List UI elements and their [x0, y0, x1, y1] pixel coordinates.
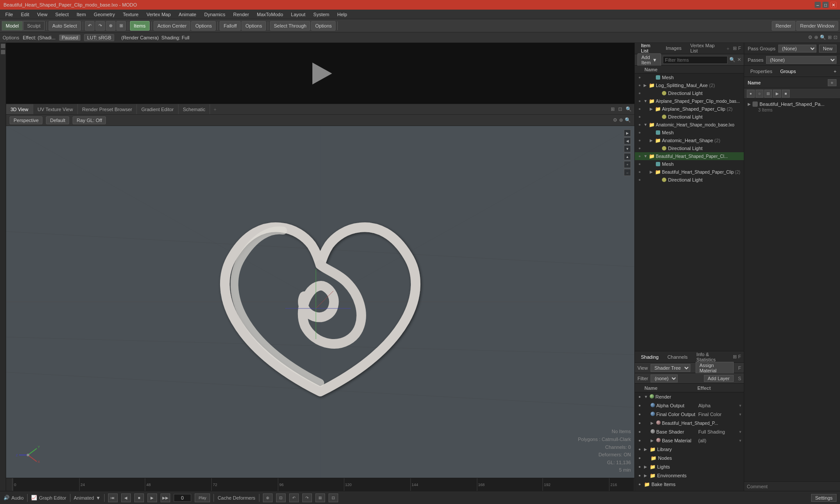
tree-item-anatomic-heart[interactable]: ● ▶ 📁 Anatomic_Heart_Shape (2)	[635, 136, 744, 144]
menu-maxtomodo[interactable]: MaxToModo	[253, 11, 287, 18]
vis-icon-10[interactable]: ●	[637, 153, 643, 159]
tree-item-axe[interactable]: ● ▶ 📁 Log_Splitting_Maul_Axe (2)	[635, 81, 744, 89]
assign-material-button[interactable]: Assign Material	[696, 362, 734, 374]
tab-shading[interactable]: Shading	[637, 354, 662, 360]
viewport-tab-icon-1[interactable]: ⊞	[610, 105, 616, 113]
render-window-button[interactable]: Render Window	[796, 21, 838, 31]
shader-lights[interactable]: ● ▶ 📁 Lights	[635, 462, 744, 471]
options3-button[interactable]: Options	[311, 21, 336, 31]
action-center-button[interactable]: Action Center	[154, 21, 191, 31]
s-vis-3[interactable]: ●	[637, 420, 643, 426]
vp-ctrl-1[interactable]: ▶	[624, 130, 631, 136]
vp-ctrl-icon-3[interactable]: 🔍	[625, 117, 631, 123]
group-tool-1[interactable]: ●	[747, 90, 755, 98]
vis-icon-5[interactable]: ●	[637, 114, 643, 120]
vis-icon-9[interactable]: ●	[637, 145, 643, 151]
opt-icon-2[interactable]: ⊕	[814, 35, 818, 40]
s-vis-9[interactable]: ●	[637, 472, 643, 479]
shader-base-shader[interactable]: ● Base Shader Full Shading ▼	[635, 427, 744, 436]
shader-base-material[interactable]: ● ▶ Base Material (all) ▼	[635, 436, 744, 445]
vis-icon-8[interactable]: ●	[637, 137, 643, 144]
shading-icon-1[interactable]: ⊞	[733, 354, 737, 360]
transport-play[interactable]: ▶	[147, 494, 157, 502]
options2-button[interactable]: Options	[242, 21, 266, 31]
vp-ctrl-6[interactable]: –	[624, 169, 631, 176]
viewport-tab-icon-3[interactable]: 🔍	[625, 105, 633, 113]
bb-icon-5[interactable]: ⊞	[315, 494, 325, 502]
bb-icon-6[interactable]: ⊡	[329, 494, 338, 502]
vis-icon-1[interactable]: ●	[637, 82, 643, 88]
s-vis-6[interactable]: ●	[637, 446, 643, 452]
opt-icon-5[interactable]: ⊡	[833, 35, 837, 40]
bb-icon-3[interactable]: ↶	[289, 494, 299, 502]
vp-ctrl-5[interactable]: +	[624, 161, 631, 168]
falloff-button[interactable]: Falloff	[220, 21, 241, 31]
shader-beautiful-heart[interactable]: ● ▶ Beautiful_Heart_Shaped_P...	[635, 419, 744, 427]
auto-select-button[interactable]: Auto Select	[49, 21, 81, 31]
tree-item-beautiful-heart-sub[interactable]: ● ▶ 📁 Beautiful_Heart_Shaped_Paper_Clip …	[635, 168, 744, 176]
filter-items-input[interactable]	[663, 56, 728, 64]
tree-item-anatomic-group[interactable]: ● ▼ 📁 Anatomic_Heart_Shape_modo_base.lxo	[635, 121, 744, 129]
close-button[interactable]: ✕	[830, 2, 836, 8]
viewport-canvas[interactable]: ▶ ◀ ▼ ▲ + – No Items Polygons : Catmull-…	[6, 126, 634, 478]
menu-render[interactable]: Render	[230, 11, 252, 18]
vis-icon-13[interactable]: ●	[637, 177, 643, 183]
perspective-dropdown[interactable]: Perspective	[10, 116, 42, 124]
tab-properties[interactable]: Properties	[748, 68, 775, 75]
shader-render[interactable]: ● ▼ Render	[635, 392, 744, 401]
opt-icon-3[interactable]: 🔍	[820, 35, 826, 40]
s-effect-base-material[interactable]: (all) ▼	[698, 438, 742, 443]
vp-ctrl-4[interactable]: ▲	[624, 153, 631, 160]
menu-edit[interactable]: Edit	[18, 11, 33, 18]
tab-vertex-map-list[interactable]: Vertex Map List	[687, 42, 723, 55]
tree-item-mesh-2[interactable]: ● Mesh	[635, 160, 744, 168]
s-vis-2[interactable]: ●	[637, 411, 643, 417]
vp-ctrl-icon-1[interactable]: ⚙	[613, 117, 617, 123]
tree-item-airplane-clip[interactable]: ● ▶ 📁 Airplane_Shaped_Paper_Clip (2)	[635, 105, 744, 113]
nav-icon-1[interactable]: ↶	[85, 21, 94, 31]
add-layer-button[interactable]: Add Layer	[704, 375, 734, 382]
shader-final-color[interactable]: ● Final Color Output Final Color ▼	[635, 410, 744, 419]
animated-dropdown[interactable]: Animated ▼	[74, 495, 101, 500]
options1-button[interactable]: Options	[191, 21, 216, 31]
new-pass-group-button[interactable]: New	[819, 45, 836, 52]
s-vis-10[interactable]: ●	[637, 481, 643, 487]
tree-item-light-1[interactable]: ● Directional Light	[635, 113, 744, 121]
s-vis-1[interactable]: ●	[637, 402, 643, 409]
transport-stop[interactable]: ■	[134, 494, 144, 502]
vp-ctrl-3[interactable]: ▼	[624, 145, 631, 152]
item-list-icon-1[interactable]: ⊞	[733, 46, 737, 51]
s-vis-8[interactable]: ●	[637, 464, 643, 470]
audio-button[interactable]: 🔊 Audio	[4, 495, 24, 500]
menu-help[interactable]: Help	[334, 11, 351, 18]
bb-icon-1[interactable]: ⊕	[263, 494, 273, 502]
default-dropdown[interactable]: Default	[46, 116, 69, 124]
tab-render-preset[interactable]: Render Preset Browser	[78, 104, 137, 114]
tab-3d-view[interactable]: 3D View	[6, 104, 33, 114]
add-viewport-tab-button[interactable]: +	[210, 105, 220, 113]
items-button[interactable]: Items	[130, 21, 150, 31]
tree-item-mesh-0[interactable]: ● Mesh	[635, 74, 744, 81]
menu-texture[interactable]: Texture	[119, 11, 142, 18]
props-add-icon[interactable]: +	[834, 69, 836, 74]
s-vis-4[interactable]: ●	[637, 429, 643, 435]
menu-select[interactable]: Select	[52, 11, 72, 18]
shader-library[interactable]: ● ▶ 📁 Library	[635, 445, 744, 454]
shader-environments[interactable]: ● ▶ 📁 Environments	[635, 471, 744, 480]
sculpt-mode-button[interactable]: Sculpt	[23, 21, 45, 31]
s-vis-0[interactable]: ●	[637, 394, 643, 400]
ray-gl-dropdown[interactable]: Ray GL: Off	[73, 116, 106, 124]
menu-file[interactable]: File	[2, 11, 17, 18]
render-button[interactable]: Render	[772, 21, 795, 31]
filter-clear-icon[interactable]: ✕	[737, 57, 741, 63]
s-vis-5[interactable]: ●	[637, 438, 643, 444]
vp-ctrl-icon-2[interactable]: ⊕	[619, 117, 623, 123]
filter-search-icon[interactable]: 🔍	[729, 57, 735, 63]
opt-icon-4[interactable]: ⊞	[828, 35, 832, 40]
left-tool-1[interactable]	[1, 44, 5, 48]
add-item-button[interactable]: Add Item ▼	[637, 53, 661, 66]
opt-icon-1[interactable]: ⚙	[808, 35, 812, 40]
play-button[interactable]: Play	[195, 494, 210, 502]
group-item-heart[interactable]: ▶ Beautiful_Heart_Shaped_Pa...	[748, 101, 836, 108]
cache-deformers-button[interactable]: Cache Deformers	[217, 495, 255, 500]
